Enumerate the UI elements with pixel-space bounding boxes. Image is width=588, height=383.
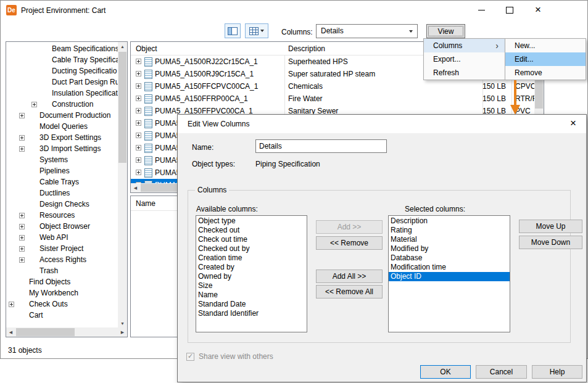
scroll-down-icon[interactable]: ▼ [118, 319, 127, 328]
tree-item[interactable]: Ducting Specificatio [6, 65, 118, 76]
share-view-checkbox[interactable] [186, 353, 194, 361]
column-header-description[interactable]: Description [288, 44, 325, 53]
scroll-right-icon[interactable]: ▶ [118, 327, 127, 337]
listbox-item[interactable]: Name [196, 290, 307, 300]
tree-item[interactable]: Design Checks [6, 199, 118, 210]
expand-icon[interactable] [136, 157, 141, 163]
available-columns-listbox[interactable]: Object typeChecked outCheck out timeChec… [196, 215, 307, 332]
tree-horizontal-scrollbar[interactable]: ◀ ▶ [6, 327, 127, 337]
tree-item[interactable]: Sister Project [6, 243, 118, 254]
tree-item[interactable]: Check Outs [6, 299, 118, 310]
expand-icon[interactable] [136, 133, 141, 138]
listbox-item[interactable]: Description [389, 216, 510, 226]
tree-item[interactable]: Cable Tray Specifica [6, 54, 118, 65]
tree-item[interactable]: Trash [6, 265, 118, 276]
expand-icon[interactable] [19, 213, 25, 218]
tree-item[interactable]: Cable Trays [6, 176, 118, 187]
scrollbar-thumb[interactable] [16, 328, 75, 336]
expand-icon[interactable] [19, 235, 25, 241]
expand-icon[interactable] [19, 257, 25, 263]
listbox-item[interactable]: Standard Identifier [196, 309, 307, 318]
listbox-item[interactable]: Modified by [389, 244, 510, 253]
dialog-close-icon[interactable] [564, 115, 582, 133]
listbox-item[interactable]: Object ID [389, 272, 510, 281]
expand-icon[interactable] [19, 135, 25, 141]
expand-icon[interactable] [19, 113, 25, 118]
maximize-button[interactable] [499, 1, 520, 20]
expand-icon[interactable] [136, 96, 141, 101]
expand-icon[interactable] [19, 224, 25, 229]
scroll-left-icon[interactable]: ◀ [6, 327, 15, 337]
expand-icon[interactable] [31, 102, 37, 107]
expand-icon[interactable] [19, 146, 25, 152]
listbox-item[interactable]: Owned by [196, 272, 307, 281]
tree-item[interactable]: My Workbench [6, 287, 118, 299]
menu-item[interactable]: Edit... [505, 52, 586, 66]
menu-item[interactable]: Export... [424, 52, 505, 66]
tree-item[interactable]: Cart [6, 310, 118, 321]
listbox-item[interactable]: Material [389, 235, 510, 244]
move-up-button[interactable]: Move Up [519, 220, 582, 233]
object-row[interactable]: PUMA5_A150FFCPVC00CA_1 Chemicals 150 LB … [131, 80, 534, 93]
move-down-button[interactable]: Move Down [519, 236, 582, 249]
listbox-item[interactable]: Object type [196, 216, 307, 226]
expand-icon[interactable] [9, 302, 14, 307]
expand-icon[interactable] [136, 170, 141, 175]
listbox-item[interactable]: Creation time [196, 253, 307, 263]
add-button[interactable]: Add >> [316, 220, 383, 234]
selected-columns-listbox[interactable]: DescriptionRatingMaterialModified byData… [388, 215, 510, 332]
listbox-item[interactable]: Rating [389, 226, 510, 235]
expand-icon[interactable] [19, 246, 25, 252]
view-name-input[interactable] [255, 139, 387, 153]
listbox-item[interactable]: Standard Date [196, 300, 307, 309]
expand-icon[interactable] [136, 108, 141, 113]
scrollbar-thumb[interactable] [118, 52, 126, 163]
menu-item[interactable]: New... [505, 39, 586, 52]
tree-item[interactable]: Insulation Specificat [6, 88, 118, 99]
tree-item[interactable]: Object Browser [6, 221, 118, 232]
tree-item[interactable]: Duct Part Design Ru [6, 76, 118, 88]
tree-item[interactable]: Resources [6, 210, 118, 221]
tree-item[interactable]: Model Queries [6, 121, 118, 132]
scroll-left-icon[interactable]: ◀ [131, 183, 140, 192]
close-button[interactable] [528, 1, 549, 20]
view-mode-button[interactable] [245, 23, 268, 38]
listbox-item[interactable]: Checked out [196, 226, 307, 235]
menu-item[interactable]: Columns [424, 39, 505, 52]
menu-item[interactable]: Remove [505, 66, 586, 80]
tree-item[interactable]: Access Rights [6, 254, 118, 265]
listbox-item[interactable]: Checked out by [196, 244, 307, 253]
remove-button[interactable]: << Remove [316, 236, 383, 250]
tree-item[interactable]: Systems [6, 154, 118, 165]
details-name-header[interactable]: Name [136, 199, 155, 208]
tree-item[interactable]: Construction [6, 99, 118, 110]
minimize-button[interactable] [471, 1, 492, 20]
columns-view-select[interactable]: Details [316, 24, 418, 38]
scroll-up-icon[interactable]: ▲ [118, 42, 127, 51]
listbox-item[interactable]: Check out time [196, 235, 307, 244]
tree-item[interactable]: Web API [6, 232, 118, 243]
listbox-item[interactable]: Created by [196, 263, 307, 272]
help-button[interactable]: Help [532, 365, 582, 379]
cancel-button[interactable]: Cancel [476, 365, 527, 379]
tree-item[interactable]: 3D Import Settings [6, 143, 118, 154]
tree-item[interactable]: Pipelines [6, 165, 118, 176]
expand-icon[interactable] [136, 59, 141, 64]
add-all-button[interactable]: Add All >> [316, 270, 383, 283]
column-header-object[interactable]: Object [136, 44, 157, 53]
tree-item[interactable]: Beam Specifications [6, 43, 118, 54]
tree-item[interactable]: Find Objects [6, 276, 118, 287]
listbox-item[interactable]: Size [196, 281, 307, 290]
menu-item[interactable]: Refresh [424, 66, 505, 80]
expand-icon[interactable] [136, 145, 141, 150]
listbox-item[interactable]: Modification time [389, 263, 510, 272]
tree-item[interactable]: Document Production [6, 110, 118, 121]
object-row[interactable]: PUMA5_A150FFRP00CA_1 Fire Water 150 LB R… [131, 93, 534, 105]
expand-icon[interactable] [136, 120, 141, 126]
expand-icon[interactable] [136, 83, 141, 89]
tree-item[interactable]: 3D Export Settings [6, 132, 118, 143]
remove-all-button[interactable]: << Remove All [316, 285, 383, 299]
expand-icon[interactable] [136, 71, 141, 76]
tree-vertical-scrollbar[interactable]: ▲ ▼ [118, 42, 127, 328]
toggle-tree-panel-button[interactable] [225, 23, 241, 38]
